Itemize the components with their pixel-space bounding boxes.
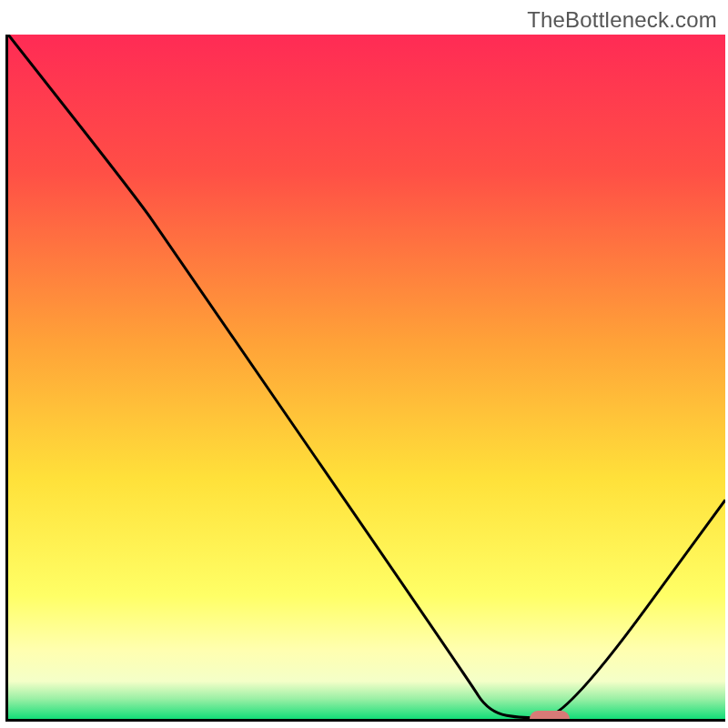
plot-area [5,35,725,722]
optimum-marker [530,711,569,722]
bottleneck-curve [8,35,725,719]
chart-container: TheBottleneck.com [0,0,728,728]
watermark-text: TheBottleneck.com [527,7,717,33]
